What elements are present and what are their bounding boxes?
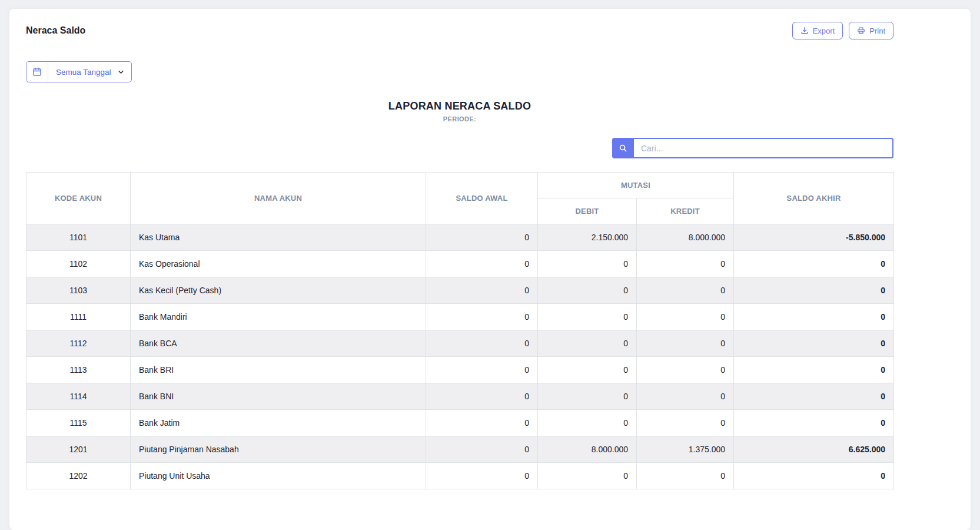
report-heading: LAPORAN NERACA SALDO PERIODE: [26, 100, 893, 122]
cell-saldo-awal: 0 [426, 251, 538, 277]
cell-kredit: 1.375.000 [637, 436, 734, 463]
cell-kode-akun: 1114 [26, 383, 131, 410]
report-card: Neraca Saldo Export [9, 9, 971, 530]
export-button-label: Export [813, 26, 835, 35]
cell-kode-akun: 1102 [26, 251, 131, 277]
table-row: 1101 Kas Utama 0 2.150.000 8.000.000 -5.… [26, 224, 894, 251]
cell-kredit: 0 [637, 410, 734, 436]
cell-debit: 0 [538, 304, 637, 330]
print-button[interactable]: Print [849, 22, 893, 39]
header-saldo-akhir: SALDO AKHIR [734, 173, 894, 224]
cell-saldo-awal: 0 [426, 304, 538, 330]
cell-saldo-awal: 0 [426, 436, 538, 463]
cell-kode-akun: 1201 [26, 436, 131, 463]
cell-debit: 0 [538, 383, 637, 410]
cell-saldo-awal: 0 [426, 224, 538, 251]
cell-kredit: 0 [637, 330, 734, 357]
cell-nama-akun: Bank BRI [131, 357, 426, 383]
cell-debit: 8.000.000 [538, 436, 637, 463]
report-title: LAPORAN NERACA SALDO [26, 100, 893, 112]
cell-debit: 0 [538, 410, 637, 436]
cell-nama-akun: Piutang Pinjaman Nasabah [131, 436, 426, 463]
download-icon [800, 26, 809, 35]
search-button[interactable] [612, 138, 634, 158]
cell-debit: 0 [538, 357, 637, 383]
cell-debit: 0 [538, 330, 637, 357]
cell-saldo-akhir: -5.850.000 [734, 224, 894, 251]
chevron-down-icon [117, 68, 125, 76]
cell-kredit: 0 [637, 251, 734, 277]
table-row: 1113 Bank BRI 0 0 0 0 [26, 357, 894, 383]
table-row: 1202 Piutang Unit Usaha 0 0 0 0 [26, 463, 894, 489]
cell-saldo-awal: 0 [426, 410, 538, 436]
page-title: Neraca Saldo [26, 25, 85, 36]
cell-kode-akun: 1103 [26, 277, 131, 304]
export-button[interactable]: Export [792, 22, 843, 39]
cell-debit: 0 [538, 463, 637, 489]
cell-kode-akun: 1112 [26, 330, 131, 357]
card-header: Neraca Saldo Export [26, 9, 893, 39]
cell-kode-akun: 1202 [26, 463, 131, 489]
report-period-label: PERIODE: [26, 115, 893, 122]
search-group [612, 138, 893, 158]
print-button-label: Print [869, 26, 885, 35]
cell-kode-akun: 1101 [26, 224, 131, 251]
cell-debit: 0 [538, 251, 637, 277]
cell-nama-akun: Bank BCA [131, 330, 426, 357]
cell-kredit: 0 [637, 463, 734, 489]
cell-nama-akun: Piutang Unit Usaha [131, 463, 426, 489]
filter-row: Semua Tanggal [26, 61, 893, 82]
table-row: 1111 Bank Mandiri 0 0 0 0 [26, 304, 894, 330]
cell-debit: 0 [538, 277, 637, 304]
header-kredit: KREDIT [637, 198, 734, 224]
cell-saldo-akhir: 6.625.000 [734, 436, 894, 463]
cell-nama-akun: Bank BNI [131, 383, 426, 410]
cell-saldo-akhir: 0 [734, 463, 894, 489]
cell-kredit: 0 [637, 277, 734, 304]
cell-saldo-awal: 0 [426, 383, 538, 410]
printer-icon [857, 26, 865, 35]
cell-nama-akun: Bank Jatim [131, 410, 426, 436]
cell-kode-akun: 1111 [26, 304, 131, 330]
report-content: Neraca Saldo Export [26, 9, 893, 489]
search-row [26, 138, 893, 158]
header-nama-akun: NAMA AKUN [131, 173, 426, 224]
cell-kode-akun: 1115 [26, 410, 131, 436]
cell-kredit: 8.000.000 [637, 224, 734, 251]
table-wrap: KODE AKUN NAMA AKUN SALDO AWAL MUTASI SA… [26, 172, 893, 489]
table-row: 1103 Kas Kecil (Petty Cash) 0 0 0 0 [26, 277, 894, 304]
cell-saldo-awal: 0 [426, 463, 538, 489]
cell-nama-akun: Bank Mandiri [131, 304, 426, 330]
cell-saldo-akhir: 0 [734, 410, 894, 436]
search-input[interactable] [634, 138, 893, 158]
cell-debit: 2.150.000 [538, 224, 637, 251]
date-filter-dropdown[interactable]: Semua Tanggal [26, 61, 132, 82]
cell-saldo-awal: 0 [426, 330, 538, 357]
cell-saldo-akhir: 0 [734, 304, 894, 330]
header-saldo-awal: SALDO AWAL [426, 173, 538, 224]
trial-balance-table: KODE AKUN NAMA AKUN SALDO AWAL MUTASI SA… [26, 172, 894, 489]
cell-kredit: 0 [637, 304, 734, 330]
table-row: 1102 Kas Operasional 0 0 0 0 [26, 251, 894, 277]
table-body: 1101 Kas Utama 0 2.150.000 8.000.000 -5.… [26, 224, 894, 489]
table-head: KODE AKUN NAMA AKUN SALDO AWAL MUTASI SA… [26, 173, 894, 224]
cell-kode-akun: 1113 [26, 357, 131, 383]
cell-kredit: 0 [637, 357, 734, 383]
cell-saldo-awal: 0 [426, 277, 538, 304]
table-row: 1115 Bank Jatim 0 0 0 0 [26, 410, 894, 436]
calendar-icon [26, 62, 48, 82]
toolbar: Export Print [792, 22, 893, 39]
cell-nama-akun: Kas Kecil (Petty Cash) [131, 277, 426, 304]
header-kode-akun: KODE AKUN [26, 173, 131, 224]
table-row: 1201 Piutang Pinjaman Nasabah 0 8.000.00… [26, 436, 894, 463]
cell-saldo-akhir: 0 [734, 383, 894, 410]
cell-saldo-akhir: 0 [734, 357, 894, 383]
header-mutasi: MUTASI [538, 173, 734, 198]
cell-saldo-akhir: 0 [734, 277, 894, 304]
cell-saldo-akhir: 0 [734, 330, 894, 357]
cell-saldo-akhir: 0 [734, 251, 894, 277]
cell-kredit: 0 [637, 383, 734, 410]
cell-saldo-awal: 0 [426, 357, 538, 383]
header-debit: DEBIT [538, 198, 637, 224]
cell-nama-akun: Kas Utama [131, 224, 426, 251]
